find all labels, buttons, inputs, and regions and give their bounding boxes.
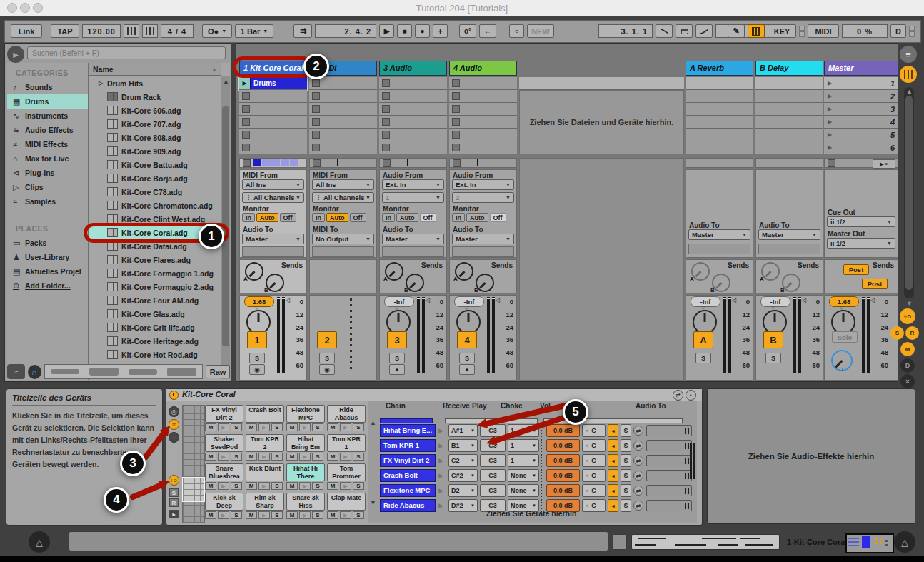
- chain-play-icon[interactable]: ▶: [438, 472, 443, 479]
- output-channel-box[interactable]: [688, 244, 750, 254]
- pan-knob[interactable]: [456, 310, 481, 334]
- pad-overview[interactable]: [182, 405, 205, 523]
- session-vertical-scrollbar[interactable]: ▲: [904, 87, 914, 298]
- pad-name[interactable]: ShakerSeedPod: [205, 434, 243, 452]
- clip-play-icon[interactable]: ▶: [239, 77, 251, 89]
- pad-solo-button[interactable]: S: [312, 423, 323, 431]
- auto-select-toggle-icon[interactable]: ▸: [169, 510, 179, 518]
- chain-activator-speaker-icon[interactable]: ◄: [608, 424, 618, 437]
- play-button[interactable]: ▶: [379, 24, 394, 38]
- monitor-off-button[interactable]: Off: [420, 213, 436, 222]
- pad-solo-button[interactable]: S: [312, 511, 323, 519]
- input-channel-chooser[interactable]: 1▼: [382, 192, 444, 203]
- pad-mute-button[interactable]: M: [205, 511, 216, 519]
- session-view-selector-icon[interactable]: ≡: [900, 46, 917, 63]
- play-note-field[interactable]: C3: [480, 424, 506, 437]
- chain-pan-slider[interactable]: ◄C: [582, 484, 606, 497]
- return-activator[interactable]: A: [693, 331, 713, 348]
- volume-field[interactable]: 1.68: [244, 296, 274, 307]
- output-chooser[interactable]: Master▼: [452, 234, 514, 244]
- track-header[interactable]: B Delay: [755, 61, 823, 76]
- clip-slot[interactable]: [309, 77, 377, 90]
- drum-pad[interactable]: RideAbacus M ▶ S: [327, 405, 366, 433]
- solo-in-place-box[interactable]: Solo: [832, 331, 858, 343]
- sidebar-place-item[interactable]: ▤ Aktuelles Projel: [7, 264, 88, 279]
- monitor-in-button[interactable]: In: [312, 213, 325, 222]
- pad-solo-button[interactable]: S: [312, 453, 323, 461]
- drum-pad[interactable]: SnareBluesbrea M ▶ S: [205, 463, 243, 491]
- chain-hot-swap-icon[interactable]: ⇄: [633, 486, 643, 496]
- solo-button[interactable]: S: [249, 353, 265, 363]
- output-chooser[interactable]: Master▼: [758, 229, 820, 240]
- chain-activator-speaker-icon[interactable]: ◄: [608, 469, 618, 482]
- send-a-knob[interactable]: A: [245, 262, 263, 281]
- clip-slot[interactable]: [379, 77, 447, 90]
- pan-knob[interactable]: [831, 310, 855, 334]
- draw-mode-icon[interactable]: ✎: [728, 24, 745, 38]
- pad-mute-button[interactable]: M: [246, 453, 257, 461]
- pad-preview-icon[interactable]: ▶: [299, 482, 311, 490]
- pad-name[interactable]: Rim 3kSharp: [246, 493, 284, 511]
- pad-name[interactable]: TomPrommer: [327, 463, 366, 481]
- send-b-knob[interactable]: B: [782, 274, 800, 292]
- play-note-field[interactable]: C3: [480, 454, 506, 467]
- chain-activator-speaker-icon[interactable]: ◄: [608, 454, 618, 467]
- chain-pan-slider[interactable]: ◄C: [582, 439, 606, 452]
- input-channel-chooser[interactable]: 2▼: [452, 192, 514, 203]
- preview-headphones-icon[interactable]: ∩: [28, 365, 41, 379]
- file-row[interactable]: Kit-Core Flares.adg: [89, 253, 221, 266]
- output-chooser[interactable]: No Output▼: [312, 234, 374, 244]
- track-header[interactable]: A Reverb: [686, 61, 753, 76]
- device-chain-overview[interactable]: [631, 534, 780, 550]
- chain-play-icon[interactable]: ▶: [438, 487, 443, 494]
- chain-pan-slider[interactable]: ◄C: [582, 454, 606, 467]
- pad-name[interactable]: Tom KPR1: [327, 434, 366, 452]
- file-row[interactable]: Kit-Core C78.adg: [89, 185, 221, 199]
- loop-start-field[interactable]: 3. 1. 1: [598, 24, 653, 38]
- monitor-off-button[interactable]: Off: [490, 213, 506, 222]
- drum-pad[interactable]: Kick Blunt M ▶ S: [246, 463, 284, 491]
- pad-name[interactable]: HihatBring Em: [286, 434, 325, 452]
- send-a-knob[interactable]: A: [761, 262, 780, 281]
- sidebar-category-item[interactable]: ≠ MIDI Effects: [7, 137, 88, 151]
- scene-row[interactable]: ▶ 6: [824, 141, 898, 154]
- pad-solo-button[interactable]: S: [231, 511, 242, 519]
- drum-pad[interactable]: Crash Bolt M ▶ S: [246, 405, 284, 433]
- scene-launch-icon[interactable]: ▶: [828, 80, 838, 86]
- track-activator[interactable]: 2: [317, 331, 337, 348]
- drum-pad[interactable]: FX VinylDirt 2 M ▶ S: [205, 405, 243, 433]
- pad-name[interactable]: Snare 3kHiss: [286, 493, 325, 511]
- pad-preview-icon[interactable]: ▶: [299, 511, 311, 519]
- choke-group-chooser[interactable]: 1▼: [508, 454, 539, 467]
- arm-button[interactable]: ●: [459, 364, 475, 375]
- sidebar-place-item[interactable]: ▭ Packs: [7, 236, 88, 250]
- play-note-field[interactable]: C3: [480, 439, 506, 452]
- play-note-field[interactable]: C3: [480, 469, 506, 482]
- chain-scroll-up-icon[interactable]: ▲: [370, 419, 376, 426]
- clip-slot[interactable]: [379, 90, 447, 103]
- pad-mute-button[interactable]: M: [286, 423, 298, 431]
- play-note-field[interactable]: C3: [480, 484, 506, 497]
- clip-slot[interactable]: [449, 103, 517, 116]
- clip-slot[interactable]: [379, 116, 447, 129]
- send-a-pre-post-toggle[interactable]: Post: [843, 264, 869, 275]
- pad-preview-icon[interactable]: ▶: [258, 511, 270, 519]
- pad-preview-icon[interactable]: ▶: [340, 423, 351, 431]
- chain-name[interactable]: Crash Bolt: [380, 469, 436, 482]
- file-row[interactable]: ▷ Drum Hits: [89, 76, 221, 90]
- sidebar-category-item[interactable]: ♪ Sounds: [7, 80, 88, 94]
- cue-out-chooser[interactable]: ii 1/2▼: [827, 216, 895, 227]
- input-type-chooser[interactable]: All Ins▼: [312, 179, 374, 190]
- choke-group-chooser[interactable]: None▼: [508, 469, 539, 482]
- device-title-bar[interactable]: Kit-Core Coral ⇄ ▪: [166, 389, 702, 401]
- file-row[interactable]: Kit-Core Heritage.adg: [89, 334, 221, 348]
- chain-audio-to-chooser[interactable]: [646, 455, 692, 466]
- receive-note-chooser[interactable]: B1▼: [448, 439, 478, 452]
- show-device-view-toggle[interactable]: △: [894, 531, 915, 553]
- show-sends-toggle[interactable]: S: [890, 326, 904, 340]
- sends-section-toggle-icon[interactable]: S: [169, 488, 179, 497]
- pad-preview-icon[interactable]: ▶: [258, 423, 270, 431]
- scroll-up-icon[interactable]: ▲: [223, 78, 229, 85]
- file-row[interactable]: Kit-Core Four AM.adg: [89, 293, 221, 307]
- pad-name[interactable]: FlexitoneMPC: [286, 405, 325, 423]
